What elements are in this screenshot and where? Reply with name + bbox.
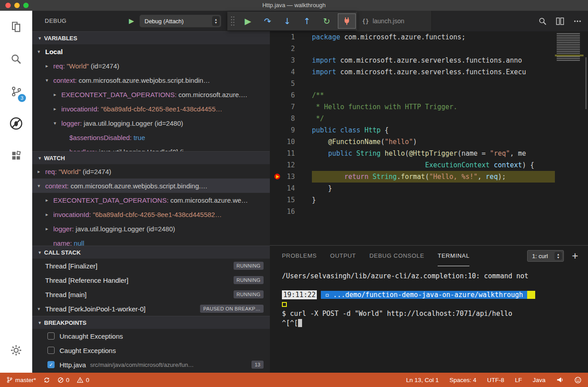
step-over-button[interactable]: ↷ xyxy=(258,12,277,30)
code-line[interactable]: 12 ExecutionContext context) { xyxy=(270,159,555,171)
variables-section-header[interactable]: ▾ VARIABLES xyxy=(32,31,270,44)
smiley-feedback-button[interactable] xyxy=(574,376,582,384)
code-line[interactable]: 3import com.microsoft.azure.serverless.f… xyxy=(270,55,555,66)
code-line[interactable]: 13 return String.format("Hello, %s!", re… xyxy=(270,171,555,183)
line-number[interactable]: 13 xyxy=(270,171,312,183)
sidebar-item-search[interactable] xyxy=(0,43,32,75)
code-line[interactable]: 11 public String hello(@HttpTrigger(name… xyxy=(270,148,555,159)
step-into-button[interactable]: ↓ xyxy=(277,12,297,30)
find-in-file-icon[interactable] xyxy=(538,17,547,26)
line-number[interactable]: 15 xyxy=(270,194,312,206)
breakpoint-checkbox[interactable]: ✓ xyxy=(47,361,55,368)
code-line[interactable]: 16 xyxy=(270,206,555,217)
line-number[interactable]: 14 xyxy=(270,183,312,194)
encoding-setting[interactable]: UTF-8 xyxy=(487,377,504,383)
line-number[interactable]: 12 xyxy=(270,159,312,171)
callstack-row[interactable]: ▾Thread [ForkJoinPool-1-worker-0]PAUSED … xyxy=(32,302,270,316)
terminal-output[interactable]: /Users/selvasingh/lib/azure-cli/az.compl… xyxy=(270,266,588,328)
tab-debug-console[interactable]: DEBUG CONSOLE xyxy=(370,246,425,266)
watch-section-header[interactable]: ▾ WATCH xyxy=(32,151,270,164)
line-number[interactable]: 4 xyxy=(270,66,312,78)
tab-terminal[interactable]: TERMINAL xyxy=(438,246,469,266)
watch-row[interactable]: ▾context: com.microsoft.azure.webjobs.sc… xyxy=(32,179,270,193)
line-number[interactable]: 10 xyxy=(270,136,312,148)
variable-row[interactable]: ▾logger: java.util.logging.Logger (id=24… xyxy=(32,116,270,130)
step-out-button[interactable]: ↑ xyxy=(297,12,317,30)
minimap[interactable] xyxy=(555,31,584,72)
line-number[interactable]: 8 xyxy=(270,113,312,124)
restart-button[interactable]: ↻ xyxy=(317,12,337,30)
split-editor-icon[interactable] xyxy=(556,17,564,26)
variable-row[interactable]: ▸invocationId: "6ba89afd-cbfc-4265-8ee1-… xyxy=(32,102,270,116)
error-count[interactable]: 0 xyxy=(57,377,70,383)
line-number[interactable]: 2 xyxy=(270,43,312,55)
more-actions-icon[interactable] xyxy=(573,17,582,26)
line-number[interactable]: 16 xyxy=(270,206,312,217)
disconnect-button[interactable] xyxy=(338,13,356,29)
code-line[interactable]: 6/** xyxy=(270,89,555,101)
breakpoint-checkbox[interactable] xyxy=(47,347,55,354)
code-line[interactable]: 10 @FunctionName("hello") xyxy=(270,136,555,148)
breakpoints-section-header[interactable]: ▾ BREAKPOINTS xyxy=(32,316,270,329)
line-number[interactable]: 1 xyxy=(270,31,312,43)
callstack-row[interactable]: Thread [Reference Handler]RUNNING xyxy=(32,273,270,287)
language-mode[interactable]: Java xyxy=(533,377,545,383)
variable-row[interactable]: ▸req: "World" (id=2474) xyxy=(32,59,270,73)
indentation-setting[interactable]: Spaces: 4 xyxy=(449,377,476,383)
line-number[interactable]: 7 xyxy=(270,101,312,113)
start-debug-icon[interactable]: ▶ xyxy=(129,17,134,25)
feedback-button[interactable] xyxy=(556,376,563,383)
sidebar-item-source-control[interactable]: 3 xyxy=(0,75,32,107)
close-window-button[interactable] xyxy=(5,3,11,8)
code-line[interactable]: 7 * Hello function with HTTP Trigger. xyxy=(270,101,555,113)
line-number[interactable]: 6 xyxy=(270,89,312,101)
chevron-right-icon[interactable]: ▸ xyxy=(46,197,53,203)
variable-row[interactable]: ▸EXECONTEXT_DATA_OPERATIONS: com.microso… xyxy=(32,87,270,102)
chevron-right-icon[interactable]: ▸ xyxy=(46,212,53,217)
watch-row[interactable]: ▸EXECONTEXT_DATA_OPERATIONS: com.microso… xyxy=(32,193,270,207)
watch-row[interactable]: ▸req: "World" (id=2474) xyxy=(32,164,270,179)
chevron-down-icon[interactable]: ▾ xyxy=(46,77,53,83)
terminal-instance-dropdown[interactable]: 1: curl ▲▼ xyxy=(527,250,564,262)
code-line[interactable]: 14 } xyxy=(270,183,555,194)
callstack-row[interactable]: Thread [Finalizer]RUNNING xyxy=(32,259,270,273)
chevron-down-icon[interactable]: ▾ xyxy=(54,120,61,126)
variable-row[interactable]: $assertionsDisabled: true xyxy=(32,130,270,145)
breakpoint-row[interactable]: Uncaught Exceptions xyxy=(32,329,270,343)
chevron-right-icon[interactable]: ▸ xyxy=(46,63,53,69)
warning-count[interactable]: 0 xyxy=(77,377,89,383)
line-number[interactable]: 3 xyxy=(270,55,312,66)
tab-launch-json[interactable]: {} launch.json xyxy=(356,11,432,31)
git-branch-indicator[interactable]: master* xyxy=(6,376,36,383)
chevron-down-icon[interactable]: ▾ xyxy=(38,183,45,189)
variable-row[interactable]: ▾Local xyxy=(32,44,270,59)
line-number[interactable]: 11 xyxy=(270,148,312,159)
line-number[interactable]: 5 xyxy=(270,78,312,89)
chevron-down-icon[interactable]: ▾ xyxy=(38,49,45,55)
sync-button[interactable] xyxy=(43,377,50,383)
callstack-section-header[interactable]: ▾ CALL STACK xyxy=(32,246,270,259)
settings-button[interactable] xyxy=(0,334,32,366)
tab-output[interactable]: OUTPUT xyxy=(330,246,356,266)
variable-row[interactable]: handlers: java.util.logging.Handler[0] (… xyxy=(32,145,270,151)
watch-row[interactable]: name: null xyxy=(32,236,270,246)
debug-config-dropdown[interactable]: Debug (Attach) ▲▼ xyxy=(140,15,221,27)
chevron-right-icon[interactable]: ▸ xyxy=(54,92,61,98)
eol-setting[interactable]: LF xyxy=(515,377,522,383)
sidebar-item-explorer[interactable] xyxy=(0,11,32,43)
callstack-row[interactable]: Thread [main]RUNNING xyxy=(32,287,270,302)
maximize-window-button[interactable] xyxy=(23,3,29,8)
code-line[interactable]: 2 xyxy=(270,43,555,55)
code-line[interactable]: 5 xyxy=(270,78,555,89)
chevron-right-icon[interactable]: ▸ xyxy=(46,226,53,232)
line-number[interactable]: 9 xyxy=(270,124,312,136)
watch-row[interactable]: ▸logger: java.util.logging.Logger (id=24… xyxy=(32,221,270,236)
watch-row[interactable]: ▸invocationId: "6ba89afd-cbfc-4265-8ee1-… xyxy=(32,207,270,221)
editor-scrollbar[interactable] xyxy=(585,57,587,109)
code-line[interactable]: 9public class Http { xyxy=(270,124,555,136)
minimize-window-button[interactable] xyxy=(14,3,20,8)
breakpoint-checkbox[interactable] xyxy=(47,332,55,340)
cursor-position[interactable]: Ln 13, Col 1 xyxy=(406,377,439,383)
code-editor[interactable]: 1package com.microsoft.azure.functions;2… xyxy=(270,31,555,245)
continue-button[interactable]: ▶ xyxy=(238,12,258,30)
